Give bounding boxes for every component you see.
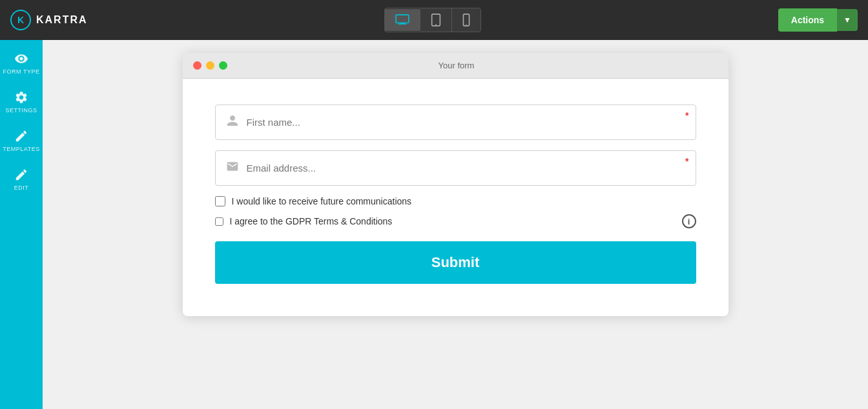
- svg-point-4: [435, 24, 437, 25]
- device-switcher: [384, 8, 481, 32]
- logo: K KARTRA: [10, 10, 88, 30]
- actions-button[interactable]: Actions: [778, 8, 837, 32]
- email-input[interactable]: [247, 163, 685, 174]
- email-field: *: [215, 150, 696, 186]
- sidebar-item-settings[interactable]: SETTINGS: [0, 84, 43, 120]
- sidebar: FORM TYPE SETTINGS TEMPLATES EDIT: [0, 40, 43, 409]
- browser-mockup: Your form *: [183, 53, 728, 316]
- email-icon: [226, 160, 239, 176]
- browser-dots: [193, 61, 227, 70]
- first-name-field: *: [215, 105, 696, 140]
- communications-checkbox-row: I would like to receive future communica…: [215, 196, 696, 206]
- sidebar-form-type-label: FORM TYPE: [3, 68, 40, 75]
- content-area: Your form *: [43, 40, 868, 409]
- actions-dropdown-button[interactable]: ▼: [837, 9, 858, 31]
- browser-titlebar: Your form: [183, 53, 728, 79]
- sidebar-item-edit[interactable]: EDIT: [0, 161, 43, 197]
- dot-red[interactable]: [193, 61, 202, 70]
- gdpr-left: I agree to the GDPR Terms & Conditions: [215, 216, 393, 226]
- first-name-required: *: [685, 110, 688, 121]
- sidebar-item-templates[interactable]: TEMPLATES: [0, 123, 43, 159]
- dot-green[interactable]: [219, 61, 227, 70]
- submit-button[interactable]: Submit: [215, 241, 696, 284]
- logo-letter: K: [17, 15, 24, 25]
- tablet-view-button[interactable]: [420, 8, 452, 32]
- sidebar-templates-label: TEMPLATES: [3, 146, 39, 152]
- sidebar-settings-label: SETTINGS: [5, 107, 37, 114]
- dot-yellow[interactable]: [206, 61, 214, 70]
- desktop-view-button[interactable]: [385, 9, 420, 31]
- gdpr-label: I agree to the GDPR Terms & Conditions: [230, 216, 393, 226]
- first-name-input[interactable]: [247, 117, 685, 128]
- sidebar-item-form-type[interactable]: FORM TYPE: [0, 45, 43, 81]
- svg-point-6: [466, 25, 466, 25]
- sidebar-edit-label: EDIT: [14, 185, 29, 191]
- communications-label: I would like to receive future communica…: [232, 196, 412, 206]
- communications-checkbox[interactable]: [215, 196, 225, 206]
- main-layout: FORM TYPE SETTINGS TEMPLATES EDIT: [0, 40, 868, 409]
- gdpr-info-icon[interactable]: i: [682, 214, 696, 228]
- svg-rect-0: [396, 15, 409, 23]
- svg-rect-5: [464, 14, 470, 26]
- logo-icon: K: [10, 10, 31, 30]
- gdpr-checkbox[interactable]: [215, 217, 223, 226]
- actions-area: Actions ▼: [778, 8, 858, 32]
- person-icon: [226, 114, 239, 130]
- email-required: *: [685, 156, 688, 166]
- mobile-view-button[interactable]: [452, 8, 480, 32]
- app-header: K KARTRA Actions ▼: [0, 0, 868, 40]
- logo-text: KARTRA: [36, 14, 88, 26]
- gdpr-checkbox-row: I agree to the GDPR Terms & Conditions i: [215, 214, 696, 228]
- form-area: * * I would like to receive future comm: [183, 79, 728, 316]
- browser-title: Your form: [439, 61, 475, 70]
